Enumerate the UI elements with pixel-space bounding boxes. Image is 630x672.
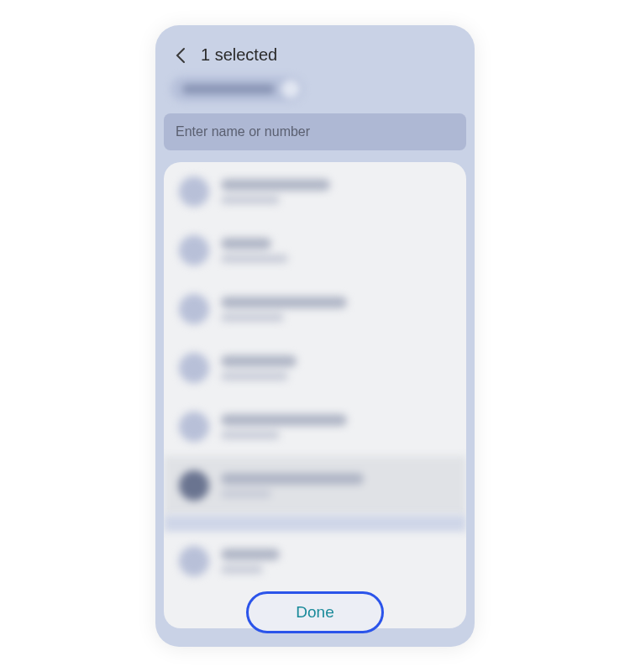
chip-remove-icon[interactable] xyxy=(281,80,300,98)
contact-row[interactable] xyxy=(164,456,466,515)
contact-row[interactable] xyxy=(164,397,466,456)
contact-text xyxy=(221,297,451,322)
contact-row[interactable] xyxy=(164,162,466,221)
contact-avatar xyxy=(179,176,209,207)
contact-text xyxy=(221,238,451,263)
contact-name-blurred xyxy=(221,355,297,367)
header: 1 selected xyxy=(155,25,475,76)
header-title: 1 selected xyxy=(201,45,277,65)
contact-avatar xyxy=(179,294,209,324)
contact-number-blurred xyxy=(221,490,271,498)
search-input[interactable] xyxy=(176,124,454,139)
chevron-left-icon xyxy=(176,47,186,64)
contact-picker-screen: 1 selected Done xyxy=(155,25,475,647)
contact-name-blurred xyxy=(221,179,330,191)
contact-number-blurred xyxy=(221,431,280,439)
contact-avatar xyxy=(179,412,209,442)
search-bar[interactable] xyxy=(164,113,466,150)
contact-text xyxy=(221,414,451,439)
selected-contact-chip[interactable] xyxy=(171,76,303,102)
contact-avatar xyxy=(179,353,209,383)
contact-text xyxy=(221,355,451,381)
contact-number-blurred xyxy=(221,372,288,381)
contact-avatar xyxy=(179,470,209,501)
contact-text xyxy=(221,179,451,204)
back-button[interactable] xyxy=(172,47,189,64)
contact-row[interactable] xyxy=(164,221,466,280)
contact-name-blurred xyxy=(221,238,271,249)
contact-row[interactable] xyxy=(164,339,466,397)
contact-name-blurred xyxy=(221,549,280,560)
contact-number-blurred xyxy=(221,565,263,574)
contact-name-blurred xyxy=(221,414,347,426)
contact-text xyxy=(221,473,451,498)
done-button-label: Done xyxy=(296,603,333,622)
selected-chips-row xyxy=(155,76,475,113)
contact-text xyxy=(221,549,451,574)
contact-number-blurred xyxy=(221,313,284,322)
done-button[interactable]: Done xyxy=(246,591,384,633)
contact-avatar xyxy=(179,546,209,576)
contact-name-blurred xyxy=(221,473,364,485)
contact-list[interactable] xyxy=(164,162,466,628)
contact-avatar xyxy=(179,235,209,265)
contact-row[interactable] xyxy=(164,280,466,339)
section-divider xyxy=(164,515,466,532)
contact-row[interactable] xyxy=(164,532,466,591)
chip-label-blurred xyxy=(182,84,275,94)
contact-name-blurred xyxy=(221,297,347,308)
contact-number-blurred xyxy=(221,196,280,204)
contact-number-blurred xyxy=(221,255,288,263)
